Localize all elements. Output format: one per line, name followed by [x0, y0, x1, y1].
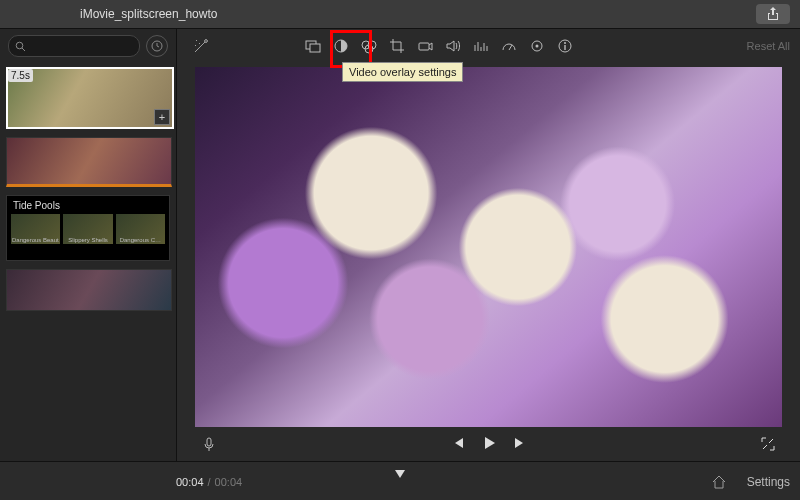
titles-card[interactable]: Tide Pools Dangerous Beauty Anemone Slip… [6, 195, 170, 261]
color-balance-button[interactable] [328, 33, 354, 59]
clip-duration-badge: 7.5s [8, 69, 33, 82]
color-correct-button[interactable] [356, 33, 382, 59]
media-sidebar: 7.5s + Tide Pools Dangerous Beauty Anemo… [0, 29, 177, 461]
recent-button[interactable] [146, 35, 168, 57]
speed-button[interactable] [496, 33, 522, 59]
window-titlebar: iMovie_splitscreen_howto [0, 0, 800, 29]
play-button[interactable] [480, 434, 498, 455]
crop-button[interactable] [384, 33, 410, 59]
timeline-bar[interactable]: 00:04 / 00:04 Settings [0, 461, 800, 500]
reset-all-button[interactable]: Reset All [747, 40, 790, 52]
prev-button[interactable] [450, 435, 466, 454]
svg-line-1 [22, 48, 25, 51]
home-button[interactable] [706, 469, 732, 495]
next-button[interactable] [512, 435, 528, 454]
eq-button[interactable] [468, 33, 494, 59]
info-button[interactable] [552, 33, 578, 59]
svg-point-0 [16, 42, 23, 49]
svg-rect-15 [207, 438, 211, 446]
search-icon [15, 41, 26, 52]
time-current: 00:04 [176, 476, 204, 488]
playhead-marker[interactable] [394, 468, 406, 482]
noise-button[interactable] [524, 33, 550, 59]
clip-thumb-2[interactable] [6, 137, 172, 187]
add-clip-button[interactable]: + [154, 109, 170, 125]
title-thumb-3[interactable]: Dangerous C… [116, 214, 165, 244]
video-preview[interactable] [195, 67, 782, 427]
title-thumb-2[interactable]: Slippery Shells [63, 214, 112, 244]
svg-point-11 [535, 45, 538, 48]
time-total: 00:04 [215, 476, 243, 488]
clip-thumb-1[interactable]: 7.5s + [6, 67, 174, 129]
adjust-toolbar: Reset All [177, 29, 800, 63]
main-panel: Reset All [177, 29, 800, 461]
svg-point-13 [564, 42, 566, 44]
preview-frame [195, 67, 782, 427]
fullscreen-button[interactable] [755, 431, 781, 457]
share-button[interactable] [756, 4, 790, 24]
time-readout: 00:04 / 00:04 [176, 476, 242, 488]
playback-controls [177, 427, 800, 461]
overlay-tooltip: Video overlay settings [342, 62, 463, 82]
clock-icon [151, 40, 163, 52]
share-icon [767, 7, 779, 21]
svg-rect-4 [310, 44, 320, 52]
svg-rect-14 [564, 45, 565, 50]
settings-button[interactable]: Settings [747, 475, 790, 489]
svg-rect-9 [419, 43, 429, 50]
voiceover-button[interactable] [196, 431, 222, 457]
magic-wand-icon[interactable] [188, 33, 214, 59]
volume-button[interactable] [440, 33, 466, 59]
overlay-settings-button[interactable] [300, 33, 326, 59]
titles-card-label: Tide Pools [13, 200, 165, 211]
stabilize-button[interactable] [412, 33, 438, 59]
search-input[interactable] [8, 35, 140, 57]
window-title: iMovie_splitscreen_howto [80, 7, 217, 21]
title-thumb-1[interactable]: Dangerous Beauty Anemone [11, 214, 60, 244]
clip-thumb-3[interactable] [6, 269, 172, 311]
